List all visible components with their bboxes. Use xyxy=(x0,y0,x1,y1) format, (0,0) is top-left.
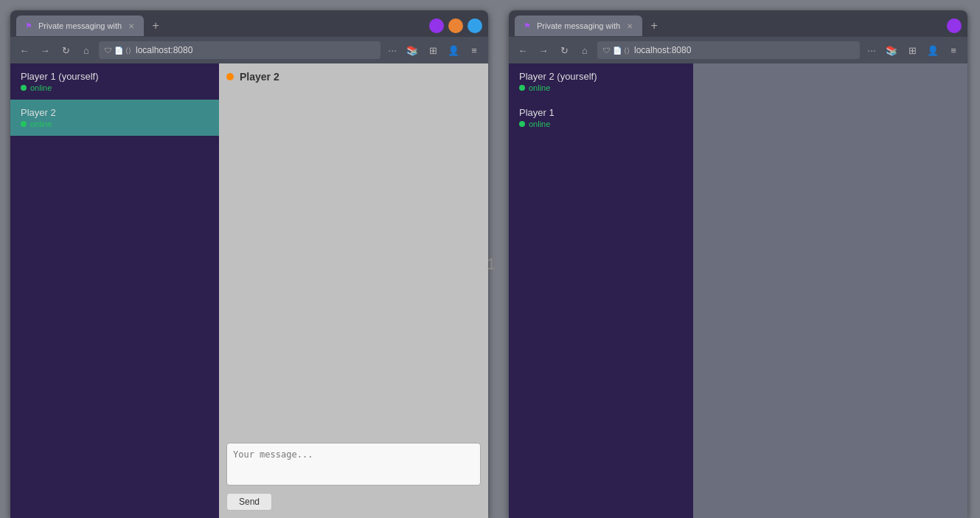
grid-icon[interactable]: ⊞ xyxy=(425,42,441,58)
home-button[interactable]: ⌂ xyxy=(78,42,94,58)
player2-status-dot xyxy=(21,121,27,127)
right-browser-toolbar: ← → ↻ ⌂ 🛡 📄 ⟨⟩ localhost:8080 ··· 📚 ⊞ 👤 … xyxy=(509,37,967,63)
right-more-button[interactable]: ··· xyxy=(864,43,879,58)
right-player1-name: Player 1 xyxy=(519,107,683,118)
bookmarks-icon[interactable]: 📚 xyxy=(404,42,420,58)
player2-sidebar-item[interactable]: Player 2 online xyxy=(10,100,219,136)
divider-label: 1 xyxy=(484,255,498,274)
right-address-bar[interactable]: 🛡 📄 ⟨⟩ localhost:8080 xyxy=(597,41,860,59)
right-reload-button[interactable]: ↻ xyxy=(556,42,572,58)
user-icon[interactable]: 👤 xyxy=(445,42,462,58)
right-player2-status-text: online xyxy=(529,83,550,92)
more-button[interactable]: ··· xyxy=(385,43,400,58)
right-tab-title: Private messaging with xyxy=(537,21,620,30)
chat-header: Player 2 xyxy=(226,71,481,83)
right-player1-status-row: online xyxy=(519,120,683,128)
forward-button[interactable]: → xyxy=(37,42,53,58)
chat-messages-area xyxy=(226,89,481,443)
right-player1-status-text: online xyxy=(529,120,550,128)
shield-icon: 🛡 xyxy=(105,46,112,55)
left-browser-toolbar: ← → ↻ ⌂ 🛡 📄 ⟨⟩ localhost:8080 ··· 📚 ⊞ 👤 … xyxy=(10,37,488,63)
right-bookmarks-icon[interactable]: 📚 xyxy=(883,42,900,58)
left-chat-area: Player 2 Send xyxy=(219,63,488,518)
profile-icon-3 xyxy=(468,18,482,33)
player2-status-text: online xyxy=(30,120,52,128)
right-menu-icon[interactable]: ≡ xyxy=(945,42,962,58)
left-tab-title: Private messaging with xyxy=(38,21,122,30)
right-share-icon: ⟨⟩ xyxy=(624,46,630,55)
right-page-icon: 📄 xyxy=(613,46,622,55)
right-sidebar: Player 2 (yourself) online Player 1 onli… xyxy=(509,63,693,518)
right-forward-button[interactable]: → xyxy=(535,42,552,58)
menu-icon[interactable]: ≡ xyxy=(466,42,482,58)
right-player2-status-row: online xyxy=(519,83,683,92)
player2-status-row: online xyxy=(21,120,209,128)
left-tab-close-button[interactable]: ✕ xyxy=(126,21,136,31)
player2-name: Player 2 xyxy=(21,107,209,118)
page-icon: 📄 xyxy=(114,46,123,55)
reload-button[interactable]: ↻ xyxy=(58,42,74,58)
left-tab-bar: ⚑ Private messaging with ✕ + xyxy=(10,10,488,37)
player1-status-row: online xyxy=(21,83,209,92)
right-browser: ⚑ Private messaging with ✕ + ← → ↻ ⌂ 🛡 📄… xyxy=(509,10,967,518)
player1-name: Player 1 (yourself) xyxy=(21,71,209,82)
message-input-wrapper: Send xyxy=(226,443,481,511)
chat-header-name: Player 2 xyxy=(240,71,279,83)
right-tab-bar: ⚑ Private messaging with ✕ + xyxy=(509,10,967,37)
right-player2-sidebar-item[interactable]: Player 2 (yourself) online xyxy=(509,63,693,100)
right-shield-icon: 🛡 xyxy=(603,46,611,55)
right-grid-icon[interactable]: ⊞ xyxy=(904,42,920,58)
chat-header-status-dot xyxy=(226,73,234,80)
right-chat-area xyxy=(693,63,967,518)
right-profile-icon xyxy=(947,18,962,33)
right-url-text: localhost:8080 xyxy=(634,45,691,55)
share-icon: ⟨⟩ xyxy=(125,46,131,55)
left-app-content: Player 1 (yourself) online Player 2 onli… xyxy=(10,63,488,518)
left-address-bar[interactable]: 🛡 📄 ⟨⟩ localhost:8080 xyxy=(99,41,380,59)
profile-icon-1 xyxy=(429,18,444,33)
left-new-tab-button[interactable]: + xyxy=(147,17,164,35)
left-url-text: localhost:8080 xyxy=(136,45,192,55)
right-window-controls xyxy=(947,18,962,33)
right-address-bar-security-icons: 🛡 📄 ⟨⟩ xyxy=(603,46,630,55)
right-browser-chrome: ⚑ Private messaging with ✕ + ← → ↻ ⌂ 🛡 📄… xyxy=(509,10,967,63)
back-button[interactable]: ← xyxy=(16,42,32,58)
message-input[interactable] xyxy=(226,443,481,486)
right-home-button[interactable]: ⌂ xyxy=(577,42,593,58)
right-tab-close-button[interactable]: ✕ xyxy=(625,21,635,31)
tab-favicon-icon: ⚑ xyxy=(24,21,34,31)
right-player2-name: Player 2 (yourself) xyxy=(519,71,683,82)
left-active-tab[interactable]: ⚑ Private messaging with ✕ xyxy=(16,15,144,36)
left-browser-chrome: ⚑ Private messaging with ✕ + ← → ↻ ⌂ 🛡 📄… xyxy=(10,10,488,63)
left-browser: ⚑ Private messaging with ✕ + ← → ↻ ⌂ 🛡 📄… xyxy=(10,10,488,518)
player1-status-text: online xyxy=(30,83,52,92)
right-player2-status-dot xyxy=(519,85,525,91)
profile-icon-2 xyxy=(448,18,463,33)
right-app-content: Player 2 (yourself) online Player 1 onli… xyxy=(509,63,967,518)
address-bar-security-icons: 🛡 📄 ⟨⟩ xyxy=(105,46,131,55)
right-active-tab[interactable]: ⚑ Private messaging with ✕ xyxy=(515,15,642,36)
right-new-tab-button[interactable]: + xyxy=(645,17,663,35)
right-tab-favicon-icon: ⚑ xyxy=(522,21,532,31)
right-user-icon[interactable]: 👤 xyxy=(925,42,941,58)
player1-status-dot xyxy=(21,85,27,91)
right-player1-status-dot xyxy=(519,121,525,127)
left-window-controls xyxy=(429,18,482,33)
send-button[interactable]: Send xyxy=(226,493,272,511)
player1-sidebar-item[interactable]: Player 1 (yourself) online xyxy=(10,63,219,100)
right-back-button[interactable]: ← xyxy=(515,42,531,58)
left-sidebar: Player 1 (yourself) online Player 2 onli… xyxy=(10,63,219,518)
right-player1-sidebar-item[interactable]: Player 1 online xyxy=(509,100,693,136)
